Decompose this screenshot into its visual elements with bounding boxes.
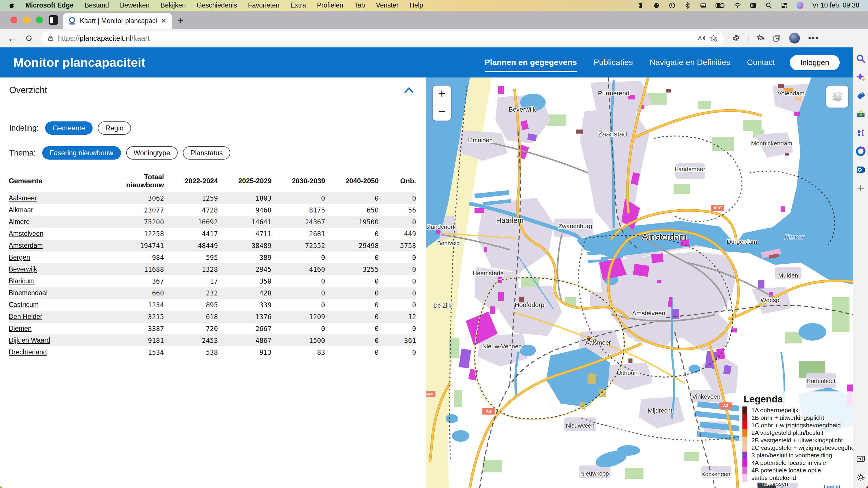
gemeente-link-beverwijk[interactable]: Beverwijk xyxy=(9,265,37,273)
menu-item-bewerken[interactable]: Bewerken xyxy=(120,1,150,9)
browser-tab[interactable]: Kaart | Monitor plancapaciteit ✕ xyxy=(63,13,172,29)
back-button[interactable]: ← xyxy=(7,34,17,43)
indeling-chip-gemeente[interactable]: Gemeente xyxy=(45,122,93,135)
table-cell: 5753 xyxy=(379,240,416,252)
gemeente-link-aalsmeer[interactable]: Aalsmeer xyxy=(9,194,37,202)
sidebar-copilot-icon[interactable] xyxy=(856,72,866,82)
add-favorite-icon[interactable] xyxy=(709,34,717,42)
map-layers-control[interactable] xyxy=(826,86,848,107)
zoom-out-button[interactable]: − xyxy=(433,103,451,121)
wifi-status-icon[interactable] xyxy=(734,2,741,9)
read-aloud-icon[interactable]: A xyxy=(697,34,705,42)
gemeente-link-castricum[interactable]: Castricum xyxy=(9,301,39,308)
evernote-status-icon[interactable] xyxy=(653,2,660,9)
profile-avatar[interactable] xyxy=(789,33,800,44)
nav-contact[interactable]: Contact xyxy=(747,58,775,67)
table-cell: 3387 xyxy=(106,323,164,334)
spotlight-icon[interactable] xyxy=(765,2,772,9)
map-canvas[interactable]: A10A44A4A2 BeverwijkPurmerendVolendamZaa… xyxy=(426,77,853,488)
gemeente-link-den-helder[interactable]: Den Helder xyxy=(9,313,42,320)
menu-item-extra[interactable]: Extra xyxy=(290,1,306,9)
open-panel-icon[interactable] xyxy=(856,454,866,464)
thema-chip-fasering-nieuwbouw[interactable]: Fasering nieuwbouw xyxy=(42,146,121,160)
gemeente-link-bloemendaal[interactable]: Bloemendaal xyxy=(9,289,48,297)
gemeente-table: GemeenteTotaal nieuwbouw2022-20242025-20… xyxy=(9,173,416,358)
settings-more-icon[interactable]: ••• xyxy=(808,33,819,43)
map-label-kockengen: Kockengen xyxy=(701,471,730,477)
collapse-chevron-icon[interactable] xyxy=(404,87,414,94)
menu-item-favorieten[interactable]: Favorieten xyxy=(248,1,279,9)
sidebar-m365-icon[interactable] xyxy=(856,146,866,156)
apple-logo-icon[interactable] xyxy=(9,2,14,9)
sidebar-tools-icon[interactable] xyxy=(856,109,866,119)
legend-swatch xyxy=(742,406,747,414)
sidebar-shopping-icon[interactable] xyxy=(856,91,866,101)
gemeente-link-drechterland[interactable]: Drechterland xyxy=(9,348,47,356)
close-window-button[interactable] xyxy=(10,17,18,24)
tab-close-icon[interactable]: ✕ xyxy=(161,17,167,25)
menu-item-bestand[interactable]: Bestand xyxy=(85,1,109,9)
sidebar-add-icon[interactable] xyxy=(856,183,866,193)
address-bar[interactable]: https://plancapaciteit.nl/kaart A xyxy=(41,32,724,45)
table-cell: 595 xyxy=(164,252,218,263)
bluetooth-status-icon[interactable] xyxy=(684,2,691,9)
menu-item-profielen[interactable]: Profielen xyxy=(317,1,343,9)
attribution-link[interactable]: Leaflet xyxy=(824,484,840,488)
menu-item-bekijken[interactable]: Bekijken xyxy=(161,1,186,9)
workspaces-icon[interactable] xyxy=(49,15,58,25)
nav-navigatie-en-definities[interactable]: Navigatie en Definities xyxy=(650,58,730,67)
legend-label: 2B vastgesteld + uitwerkingsplicht xyxy=(751,437,843,444)
settings-gear-icon[interactable] xyxy=(856,473,866,482)
indeling-chip-regio[interactable]: Regio xyxy=(98,122,131,135)
collections-icon[interactable] xyxy=(773,34,781,42)
keyboard-viewer-status-icon[interactable] xyxy=(700,2,707,9)
legend-label: 3 plan/besluit in voorbereiding xyxy=(751,452,832,459)
gemeente-link-diemen[interactable]: Diemen xyxy=(9,325,32,332)
maximize-window-button[interactable] xyxy=(36,17,43,24)
nav-publicaties[interactable]: Publicaties xyxy=(594,58,633,67)
new-tab-button[interactable]: + xyxy=(178,15,184,27)
menu-item-venster[interactable]: Venster xyxy=(376,1,398,9)
site-favicon xyxy=(68,17,76,25)
control-center-icon[interactable] xyxy=(781,2,788,9)
menu-item-microsoft-edge[interactable]: Microsoft Edge xyxy=(26,1,73,9)
legend-swatch xyxy=(742,422,747,429)
menu-item-tab[interactable]: Tab xyxy=(354,1,365,9)
sidebar-games-icon[interactable] xyxy=(856,128,866,138)
gemeente-link-bergen[interactable]: Bergen xyxy=(9,254,30,261)
extensions-icon[interactable] xyxy=(732,34,740,42)
thema-chip-planstatus[interactable]: Planstatus xyxy=(183,146,230,160)
lock-icon[interactable] xyxy=(48,35,54,41)
legend-swatch xyxy=(742,459,747,466)
menu-item-help[interactable]: Help xyxy=(409,1,423,9)
tower-status-icon[interactable] xyxy=(638,2,644,9)
gemeente-link-dijk-en-waard[interactable]: Dijk en Waard xyxy=(9,336,50,344)
login-button[interactable]: Inloggen xyxy=(790,55,840,70)
gemeente-link-almere[interactable]: Almere xyxy=(9,218,30,226)
thema-chip-woningtype[interactable]: Woningtype xyxy=(126,146,178,160)
table-cell: 1534 xyxy=(106,346,164,358)
display-status-icon[interactable] xyxy=(750,2,756,9)
siri-icon[interactable] xyxy=(797,2,804,9)
sidebar-search-icon[interactable] xyxy=(856,54,866,64)
refresh-button[interactable] xyxy=(25,34,33,42)
zoom-in-button[interactable]: + xyxy=(433,86,451,103)
timer-status-icon[interactable] xyxy=(669,2,676,9)
table-cell: 12258 xyxy=(106,228,164,240)
menubar-clock[interactable]: Vr 10 feb. 09:38 xyxy=(812,1,859,9)
favorites-icon[interactable] xyxy=(756,34,765,42)
nav-plannen-en-gegegevens[interactable]: Plannen en gegegevens xyxy=(485,58,577,67)
gemeente-link-amsterdam[interactable]: Amsterdam xyxy=(9,242,43,249)
gemeente-link-alkmaar[interactable]: Alkmaar xyxy=(9,206,33,214)
sidebar-outlook-icon[interactable] xyxy=(856,165,866,174)
url-text[interactable]: https://plancapaciteit.nl/kaart xyxy=(58,34,693,42)
gemeente-link-blaricum[interactable]: Blaricum xyxy=(9,277,34,285)
table-cell: 449 xyxy=(379,228,416,240)
table-cell: 0 xyxy=(379,192,416,204)
minimize-window-button[interactable] xyxy=(23,17,30,24)
map-label-nieuw-vennep: Nieuw-Vennep xyxy=(482,343,522,350)
menu-item-geschiedenis[interactable]: Geschiedenis xyxy=(197,1,237,9)
gemeente-link-amstelveen[interactable]: Amstelveen xyxy=(9,230,43,237)
col-header-2030-2039: 2030-2039 xyxy=(271,173,325,192)
battery-status-icon[interactable] xyxy=(715,2,725,9)
